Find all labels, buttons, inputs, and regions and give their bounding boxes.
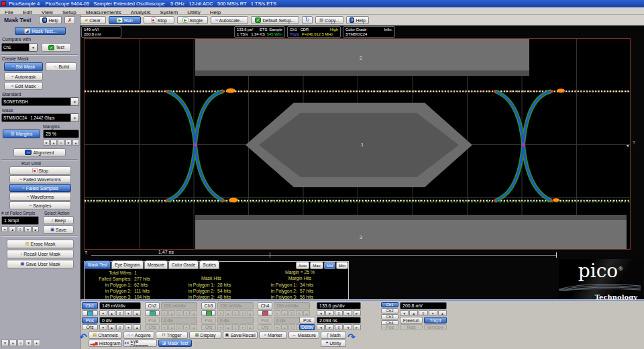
chevron-down-icon[interactable]: ▼ xyxy=(70,98,78,105)
ch1-pos-spinner[interactable]: ▼▲0▼▲ xyxy=(99,324,141,330)
help-button[interactable]: ? Help xyxy=(346,16,369,24)
margins-button[interactable]: ▥ Margins xyxy=(3,130,40,138)
bottombar-save-recall[interactable]: ▣Save/Recall xyxy=(223,332,258,339)
refresh-button[interactable]: ↻ xyxy=(302,16,313,24)
dock-ch2-button[interactable]: Ch2 xyxy=(145,302,160,309)
trigger-source-ch2[interactable]: Ch2 xyxy=(381,308,398,313)
tab-eye-diagram[interactable]: Eye Diagram xyxy=(111,260,144,269)
dock-ch1-led-button[interactable] xyxy=(82,310,98,316)
run-until-samples-button[interactable]: ≈ Samples xyxy=(9,201,71,209)
sidebar-bottom-spinner[interactable]: ▼▲0▼▲ xyxy=(1,340,40,346)
automask-button[interactable]: ≈ Automask xyxy=(4,72,43,81)
mask-select[interactable]: STM8/OC24 1.2442 Gbps▼ xyxy=(1,113,79,122)
clear-button[interactable]: ▰ Clear xyxy=(79,16,106,24)
ch1-pos-display[interactable]: 0 div xyxy=(99,317,141,323)
trigger-window-button: Window xyxy=(424,324,447,330)
run-until-waveforms-button[interactable]: ≈ Waveforms xyxy=(9,193,71,201)
ch1-scale-spinner[interactable]: ▼▲0▼▲ xyxy=(99,310,141,316)
bottombar-channels[interactable]: ▤Channels xyxy=(89,332,122,339)
test-button[interactable]: ✓ Test xyxy=(42,43,71,52)
dock-ch4-led-button[interactable] xyxy=(258,310,272,316)
trigger-freerun-button[interactable]: Freerun xyxy=(400,317,423,323)
timebase-scale-spinner[interactable]: ◄►0◄► xyxy=(317,310,361,316)
erase-mask-button[interactable]: ▨ Erase Mask xyxy=(7,240,74,248)
panel-size-mid[interactable]: Mid xyxy=(324,262,336,269)
run-until-failed-waveforms-button[interactable]: ≈ Failed Waveforms xyxy=(9,175,71,183)
run-button[interactable]: ▶ Run xyxy=(109,16,141,24)
trigger-level-spinner[interactable]: ▼▲0▼▲ xyxy=(400,310,447,316)
bottombar-trigger[interactable]: ⊓Trigger xyxy=(156,332,188,339)
std-mask-button[interactable]: ≈ Std Mask xyxy=(4,62,43,71)
chevron-down-icon[interactable]: ▼ xyxy=(70,114,78,121)
save-user-mask-button[interactable]: ▣ Save User Mask xyxy=(7,260,74,268)
trigger-marker-right: T xyxy=(633,140,635,145)
trigger-trigd-button[interactable]: Trig'd xyxy=(424,317,447,323)
recall-user-mask-button[interactable]: ↓ Recall User Mask xyxy=(7,250,74,258)
tab-scales[interactable]: Scales xyxy=(199,260,219,269)
timebase-scale-display[interactable]: 133.6 ps/div xyxy=(317,302,361,309)
window-title: PicoSample 4 PicoScope 9404-05 Sampler E… xyxy=(9,1,276,7)
tab-mask-test[interactable]: Mask Test xyxy=(85,260,111,269)
bottombar-eye-diagram[interactable]: XXEye Diagram xyxy=(123,340,157,347)
timebase-delay-button[interactable]: Delay xyxy=(299,324,315,330)
sidebar-close-button[interactable]: ✗ xyxy=(64,16,75,24)
autoscale-button[interactable]: ≈ Autoscale... xyxy=(211,16,248,24)
tab-measure[interactable]: Measure xyxy=(144,260,168,269)
record-length: 1.34 KS xyxy=(251,32,265,37)
bottombar-utility[interactable]: +Utility xyxy=(321,340,346,347)
default-setup-button[interactable]: ✓ Default Setup... xyxy=(251,16,299,24)
timebase-delay-display[interactable]: 2.093 ns xyxy=(317,317,361,323)
alignment-button[interactable]: ↔ Alignment xyxy=(13,148,66,156)
waveform-plot[interactable]: 2 1 3 ◄ xyxy=(84,38,631,250)
margins-value-display[interactable]: 25 % xyxy=(43,130,79,138)
failed-samples-spinner[interactable]: ▼▲0▼▲ xyxy=(1,226,39,232)
redo-curl-icon[interactable]: ↷ xyxy=(347,332,357,346)
copy-button[interactable]: ▥ Copy... xyxy=(315,16,343,24)
trigger-source-ch1[interactable]: Ch1 xyxy=(381,302,398,307)
failed-samples-count-display[interactable]: 1 Smpl xyxy=(1,216,39,225)
save-action-button[interactable]: ▣ Save xyxy=(43,226,74,234)
trigger-source-ch3[interactable]: Ch3 xyxy=(381,314,398,319)
dock-ch4-button[interactable]: Ch4 xyxy=(258,302,272,309)
single-button[interactable]: ▶ Single xyxy=(177,16,208,24)
ch1-pos-button[interactable]: Pos xyxy=(82,317,98,323)
bottombar-mask-test[interactable]: ◪Mask Test xyxy=(158,340,192,347)
edit-mask-button[interactable]: ≈ Edit Mask xyxy=(4,82,43,90)
bottombar-acquire[interactable]: ∩∩Acquire xyxy=(123,332,154,339)
timebase-delay-spinner[interactable]: ◄►0◄► xyxy=(317,324,361,330)
math-icon: ƒ xyxy=(326,333,329,338)
beep-button[interactable]: ♪ Beep xyxy=(43,216,74,224)
ch1-scale-display[interactable]: 149 mV/div xyxy=(99,302,141,309)
sidebar-help-button[interactable]: ? Help xyxy=(39,16,62,24)
margins-spinner[interactable]: ▼▲0▼▲ xyxy=(43,140,79,146)
tab-color-grade[interactable]: Color Grade xyxy=(168,260,199,269)
run-until-stop-button[interactable]: ■ Stop xyxy=(9,166,71,174)
timeline-bar[interactable] xyxy=(91,255,557,256)
stop-button[interactable]: ■ Stop xyxy=(144,16,174,24)
run-until-failed-samples-button[interactable]: ≈ Failed Samples xyxy=(9,184,71,192)
dock-ch1-button[interactable]: Ch1 xyxy=(82,302,98,309)
bottombar-math[interactable]: ƒMath xyxy=(321,332,346,339)
panel-size-max[interactable]: Max xyxy=(310,262,323,269)
bottombar-measure[interactable]: ↔Measure xyxy=(288,332,319,339)
build-button[interactable]: → Build xyxy=(46,62,76,71)
utility-icon: + xyxy=(326,341,329,346)
panel-size-auto[interactable]: Auto xyxy=(296,262,309,269)
failed-samples-icon: ≈ xyxy=(22,186,25,191)
trigger-level-display[interactable]: 200.8 mV xyxy=(400,302,447,309)
bottombar-histogram[interactable]: ▂▄▆Histogram xyxy=(89,340,122,347)
bottombar-marker[interactable]: ≈Marker xyxy=(259,332,287,339)
dock-ch3-led-button[interactable] xyxy=(201,310,216,316)
compare-channel-select[interactable]: Ch1▼ xyxy=(1,43,38,52)
ch3-pos-button: Pos xyxy=(201,317,216,323)
standard-select[interactable]: SONET/SDH▼ xyxy=(1,97,79,106)
bottombar-display[interactable]: ▦Display xyxy=(189,332,221,339)
chevron-down-icon[interactable]: ▼ xyxy=(29,44,37,51)
std-mask-icon: ≈ xyxy=(12,64,15,69)
dock-ch3-button[interactable]: Ch3 xyxy=(201,302,216,309)
panel-size-min[interactable]: Min xyxy=(336,262,348,269)
timebase-pos-button[interactable]: Pos xyxy=(299,317,315,323)
dock-ch2-led-button[interactable] xyxy=(145,310,160,316)
mask-test-dialog-button[interactable]: ◪ Mask Test... xyxy=(15,27,66,35)
ch1-ofs-button[interactable]: Ofs xyxy=(82,324,98,330)
